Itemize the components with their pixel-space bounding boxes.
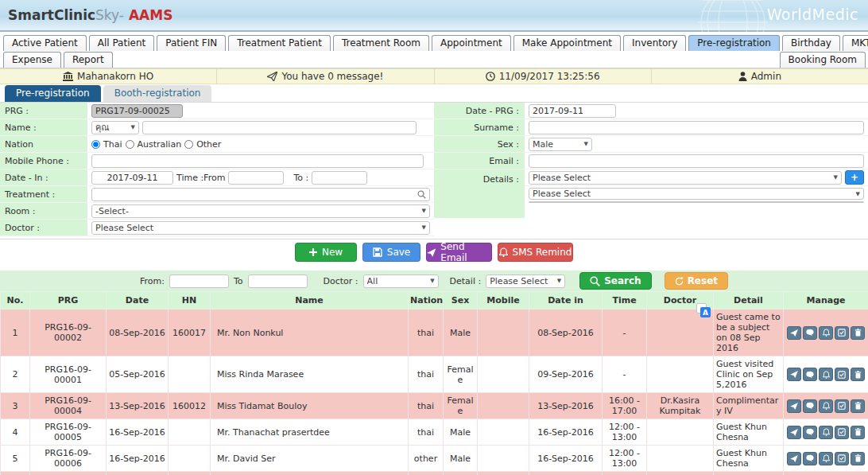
tab-pre-registration[interactable]: Pre-registration xyxy=(5,85,101,102)
remind-button[interactable] xyxy=(819,399,833,413)
date-in-label: Date - In : xyxy=(0,169,87,185)
edit-button[interactable] xyxy=(835,326,849,340)
remind-button[interactable] xyxy=(819,368,833,381)
date-in-field[interactable] xyxy=(91,171,173,185)
edit-button[interactable] xyxy=(835,368,849,381)
send-row-email-button[interactable] xyxy=(787,368,801,381)
edit-button[interactable] xyxy=(835,452,849,465)
nation-label: Nation xyxy=(0,136,87,152)
surname-label: Surname : xyxy=(434,119,525,135)
chat-bubble-icon xyxy=(806,454,814,462)
name-field[interactable] xyxy=(142,121,417,134)
details-select[interactable]: Please Select▼ xyxy=(529,188,864,200)
send-row-email-button[interactable] xyxy=(787,399,801,413)
name-prefix-select[interactable]: คุณ▼ xyxy=(91,121,139,134)
menu-tab-treatment-room[interactable]: Treatment Room xyxy=(333,35,429,51)
send-row-email-button[interactable] xyxy=(787,326,801,340)
translate-extension-icon[interactable]: A xyxy=(696,303,711,317)
reset-button[interactable]: Reset xyxy=(665,272,728,290)
menu-tab-birthday[interactable]: Birthday xyxy=(782,35,840,51)
remind-button[interactable] xyxy=(819,426,833,439)
filter-doctor-select[interactable]: All▼ xyxy=(363,274,439,288)
cell-detail: Guest Khun Chesna xyxy=(714,419,784,446)
delete-button[interactable] xyxy=(851,368,865,381)
comment-button[interactable] xyxy=(803,399,817,413)
delete-button[interactable] xyxy=(851,326,865,340)
menu-tab-appointment[interactable]: Appointment xyxy=(432,35,511,51)
email-field[interactable] xyxy=(529,154,864,168)
nation-radio-thai[interactable] xyxy=(91,140,100,149)
chevron-down-icon: ▼ xyxy=(430,278,434,284)
logo-aams: AAMS xyxy=(129,7,172,23)
trash-icon xyxy=(854,329,862,337)
add-channel-button[interactable]: + xyxy=(845,170,864,185)
menu-tab-pre-registration[interactable]: Pre-registration xyxy=(688,35,780,51)
remind-button[interactable] xyxy=(819,326,833,340)
comment-button[interactable] xyxy=(803,452,817,465)
cell-no: 5 xyxy=(1,446,30,472)
menu-tab-inventory[interactable]: Inventory xyxy=(623,35,686,51)
cell-name: Mr. Thanachat prasertdee xyxy=(211,419,409,446)
room-select[interactable]: -Select-▼ xyxy=(91,204,430,218)
filter-detail-select[interactable]: Please Select▼ xyxy=(486,274,565,288)
chevron-down-icon: ▼ xyxy=(557,278,561,284)
plus-icon: + xyxy=(851,172,858,183)
menu-tab-active-patient[interactable]: Active Patient xyxy=(3,35,87,51)
cell-doctor xyxy=(647,419,714,446)
cell-prg: PRG16-09-00004 xyxy=(30,393,107,419)
cell-mobile xyxy=(478,393,529,419)
menu-tab-report[interactable]: Report xyxy=(64,52,113,68)
time-to-field[interactable] xyxy=(312,171,367,185)
message-cell[interactable]: You have 0 message! xyxy=(217,69,434,84)
cell-nation: thai xyxy=(409,419,444,446)
sex-select[interactable]: Male▼ xyxy=(529,138,592,151)
send-row-email-button[interactable] xyxy=(787,426,801,439)
menu-tab-mkt-crm[interactable]: MKT&CRM xyxy=(843,35,868,51)
send-row-email-button[interactable] xyxy=(787,452,801,465)
edit-button[interactable] xyxy=(835,426,849,439)
new-button[interactable]: New xyxy=(295,243,357,262)
details-textarea[interactable] xyxy=(529,201,864,203)
sms-remind-button[interactable]: SMS Remind xyxy=(498,243,573,262)
time-from-label: Time :From xyxy=(176,173,225,183)
save-button[interactable]: Save xyxy=(362,243,420,262)
edit-button[interactable] xyxy=(835,399,849,413)
send-email-button[interactable]: Send Email xyxy=(426,243,492,262)
trash-icon xyxy=(854,371,862,379)
search-button[interactable]: Search xyxy=(579,272,651,290)
filter-from-field[interactable] xyxy=(169,274,229,288)
cell-detail: Guest visited Clinic on Sep 5,2016 xyxy=(714,356,784,393)
col-date: Date xyxy=(107,292,169,310)
cell-nation: thai xyxy=(409,393,444,419)
filter-to-field[interactable] xyxy=(248,274,308,288)
menu-tab-make-appointment[interactable]: Make Appointment xyxy=(513,35,621,51)
menu-tab-booking-room[interactable]: Booking Room xyxy=(780,52,866,68)
comment-button[interactable] xyxy=(803,326,817,340)
doctor-select[interactable]: Please Select▼ xyxy=(91,221,430,235)
time-from-field[interactable] xyxy=(228,171,284,185)
menu-tab-patient-fin[interactable]: Patient FIN xyxy=(157,35,226,51)
delete-button[interactable] xyxy=(851,452,865,465)
channel-select[interactable]: Please Select▼ xyxy=(529,171,842,185)
cell-nation: thai xyxy=(409,310,444,356)
chevron-down-icon: ▼ xyxy=(422,208,426,214)
delete-button[interactable] xyxy=(851,426,865,439)
prg-field[interactable] xyxy=(91,104,183,118)
delete-button[interactable] xyxy=(851,399,865,413)
results-tbody: 1 PRG16-09-00002 08-Sep-2016 160017 Mr. … xyxy=(1,310,868,475)
nation-radio-australian[interactable] xyxy=(126,140,134,149)
tab-booth-registration[interactable]: Booth-registration xyxy=(103,85,212,102)
treatment-search-field[interactable] xyxy=(91,188,430,201)
remind-button[interactable] xyxy=(819,452,833,465)
surname-field[interactable] xyxy=(529,121,864,134)
menu-tab-expense[interactable]: Expense xyxy=(3,52,61,68)
date-prg-field[interactable] xyxy=(529,104,616,118)
comment-button[interactable] xyxy=(803,426,817,439)
menu-tab-treatment-patient[interactable]: Treatment Patient xyxy=(228,35,331,51)
comment-button[interactable] xyxy=(803,368,817,381)
nation-radio-other[interactable] xyxy=(184,140,193,149)
user-cell[interactable]: Admin xyxy=(652,69,868,84)
mobile-phone-field[interactable] xyxy=(91,154,424,168)
menu-tab-all-patient[interactable]: All Patient xyxy=(89,35,154,51)
cell-date: 19-Sep-2016 xyxy=(107,472,169,475)
